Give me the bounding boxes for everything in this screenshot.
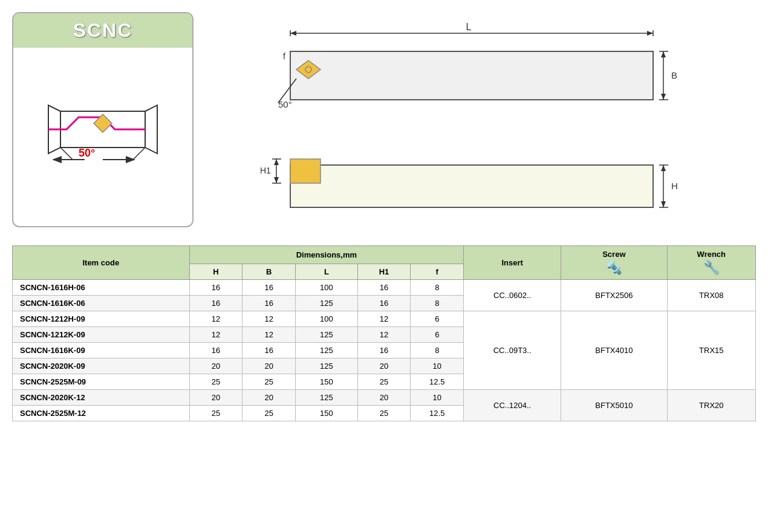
- svg-line-10: [133, 148, 145, 160]
- cell-screw: BFTX2506: [561, 280, 668, 311]
- svg-text:B: B: [671, 70, 677, 80]
- svg-marker-16: [647, 31, 653, 36]
- cell-l: 150: [296, 406, 357, 421]
- cell-f: 8: [411, 280, 464, 296]
- cell-b: 16: [242, 343, 296, 358]
- cell-code: SCNCN-1212K-09: [13, 327, 190, 343]
- cell-code: SCNCN-1616K-06: [13, 296, 190, 311]
- cell-b: 20: [242, 358, 296, 374]
- cell-l: 100: [296, 311, 357, 327]
- card-body: 50°: [13, 48, 192, 181]
- screw-label: Screw: [602, 250, 625, 259]
- wrench-header: Wrench 🔧: [672, 250, 750, 276]
- cell-h1: 20: [357, 390, 411, 406]
- cell-h: 16: [189, 343, 242, 358]
- cell-h: 12: [189, 311, 242, 327]
- cell-l: 125: [296, 390, 357, 406]
- cell-insert: CC..09T3..: [464, 311, 561, 390]
- cell-code: SCNCN-2525M-09: [13, 374, 190, 390]
- right-diagrams: L f 50°: [218, 12, 756, 227]
- col-screw: Screw 🔩: [561, 246, 668, 280]
- col-H1: H1: [357, 264, 411, 280]
- screw-header: Screw 🔩: [566, 250, 662, 276]
- cell-f: 8: [411, 296, 464, 311]
- cell-screw: BFTX4010: [561, 311, 668, 390]
- screw-icon: 🔩: [606, 260, 622, 276]
- cell-l: 125: [296, 358, 357, 374]
- svg-text:H1: H1: [260, 166, 271, 175]
- diagram-top: L f 50°: [218, 18, 756, 129]
- cell-h1: 16: [357, 343, 411, 358]
- top-view-svg: L f 50°: [218, 18, 689, 127]
- cell-b: 12: [242, 327, 296, 343]
- col-L: L: [296, 264, 357, 280]
- cell-screw: BFTX5010: [561, 390, 668, 421]
- cell-h1: 16: [357, 296, 411, 311]
- card-title: SCNC: [19, 19, 186, 42]
- side-view-svg: H1 H: [218, 147, 689, 225]
- cell-code: SCNCN-2525M-12: [13, 406, 190, 421]
- cell-code: SCNCN-2020K-12: [13, 390, 190, 406]
- cell-b: 25: [242, 374, 296, 390]
- tool-diagram: 50°: [24, 57, 181, 172]
- cell-f: 8: [411, 343, 464, 358]
- col-H: H: [189, 264, 242, 280]
- cell-b: 25: [242, 406, 296, 421]
- wrench-label: Wrench: [697, 250, 726, 259]
- table-row: SCNCN-1212H-091212100126CC..09T3..BFTX40…: [13, 311, 756, 327]
- svg-marker-39: [274, 177, 279, 183]
- cell-wrench: TRX08: [667, 280, 755, 311]
- svg-marker-15: [290, 31, 296, 36]
- svg-text:f: f: [283, 51, 285, 61]
- cell-l: 100: [296, 280, 357, 296]
- table-body: SCNCN-1616H-061616100168CC..0602..BFTX25…: [13, 280, 756, 421]
- cell-code: SCNCN-1212H-09: [13, 311, 190, 327]
- svg-text:H: H: [671, 181, 678, 191]
- cell-code: SCNCN-1616K-09: [13, 343, 190, 358]
- card-header: SCNC: [13, 13, 192, 48]
- svg-marker-30: [661, 51, 666, 57]
- table-section: Item code Dimensions,mm Insert Screw 🔩 W…: [12, 245, 756, 421]
- cell-h: 25: [189, 374, 242, 390]
- svg-text:L: L: [466, 22, 472, 32]
- cell-l: 125: [296, 327, 357, 343]
- cell-h: 16: [189, 280, 242, 296]
- cell-h1: 25: [357, 374, 411, 390]
- cell-b: 16: [242, 280, 296, 296]
- col-B: B: [242, 264, 296, 280]
- tool-card: SCNC 50°: [12, 12, 194, 227]
- svg-marker-45: [661, 201, 666, 207]
- cell-wrench: TRX15: [667, 311, 755, 390]
- svg-line-9: [60, 148, 73, 160]
- cell-f: 10: [411, 390, 464, 406]
- cell-h1: 20: [357, 358, 411, 374]
- cell-h1: 25: [357, 406, 411, 421]
- cell-l: 150: [296, 374, 357, 390]
- svg-rect-22: [290, 51, 653, 100]
- cell-f: 12.5: [411, 374, 464, 390]
- svg-rect-34: [290, 159, 321, 183]
- cell-h: 16: [189, 296, 242, 311]
- wrench-icon: 🔧: [703, 260, 720, 276]
- cell-code: SCNCN-1616H-06: [13, 280, 190, 296]
- col-f: f: [411, 264, 464, 280]
- cell-l: 125: [296, 343, 357, 358]
- cell-b: 16: [242, 296, 296, 311]
- cell-code: SCNCN-2020K-09: [13, 358, 190, 374]
- col-insert: Insert: [464, 246, 561, 280]
- cell-f: 6: [411, 327, 464, 343]
- svg-rect-33: [290, 165, 653, 207]
- cell-h: 25: [189, 406, 242, 421]
- cell-h: 20: [189, 390, 242, 406]
- product-table: Item code Dimensions,mm Insert Screw 🔩 W…: [12, 245, 756, 421]
- cell-h: 12: [189, 327, 242, 343]
- table-row: SCNCN-1616H-061616100168CC..0602..BFTX25…: [13, 280, 756, 296]
- svg-marker-2: [145, 105, 157, 154]
- svg-text:50°: 50°: [79, 147, 95, 159]
- cell-h1: 12: [357, 311, 411, 327]
- svg-marker-31: [661, 94, 666, 100]
- cell-h: 20: [189, 358, 242, 374]
- diagram-side: H1 H: [218, 147, 756, 227]
- cell-f: 6: [411, 311, 464, 327]
- cell-f: 10: [411, 358, 464, 374]
